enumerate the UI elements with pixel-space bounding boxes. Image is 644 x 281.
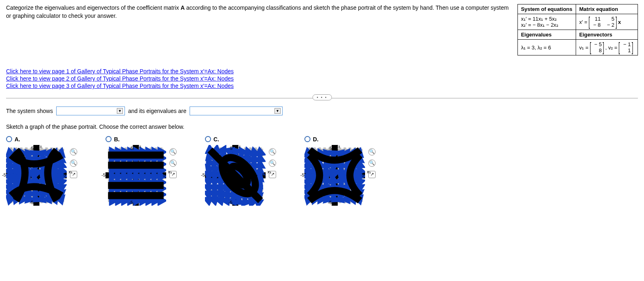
svg-marker-723	[353, 176, 354, 177]
svg-marker-543	[254, 152, 255, 153]
svg-marker-95	[28, 153, 29, 154]
svg-marker-413	[209, 162, 210, 163]
svg-marker-31	[9, 181, 10, 182]
svg-marker-255	[124, 176, 125, 177]
svg-marker-525	[248, 152, 249, 153]
choice-c[interactable]: C. x₂ x₁ 5 -5 -5 5	[205, 136, 276, 206]
q1-pre: The system shows	[6, 108, 53, 114]
svg-marker-667	[333, 180, 334, 181]
svg-marker-507	[242, 151, 243, 152]
zoom-out-icon[interactable]: 🔍	[269, 160, 276, 167]
svg-marker-275	[130, 170, 131, 170]
svg-marker-97	[35, 198, 36, 199]
choice-b[interactable]: B. x₂ x₁ 5 -5 -5	[106, 136, 177, 206]
svg-marker-175	[61, 181, 62, 182]
svg-marker-695	[340, 153, 340, 154]
svg-marker-745	[359, 164, 360, 165]
divider-dots-icon: • • •	[312, 94, 332, 100]
radio-c[interactable]	[205, 136, 211, 142]
zoom-out-icon[interactable]: 🔍	[169, 160, 177, 167]
svg-marker-553	[259, 177, 260, 178]
svg-marker-113	[35, 153, 36, 154]
svg-marker-291	[136, 176, 137, 177]
svg-marker-691	[340, 165, 341, 166]
svg-marker-599	[307, 170, 308, 171]
svg-marker-557	[260, 164, 260, 165]
svg-marker-425	[214, 181, 215, 182]
svg-marker-179	[61, 170, 62, 171]
eigenvalue-type-dropdown[interactable]: ▼	[190, 106, 283, 115]
radio-a[interactable]	[6, 136, 12, 142]
svg-marker-181	[61, 164, 61, 165]
radio-b[interactable]	[106, 136, 112, 142]
svg-marker-415	[209, 156, 210, 157]
svg-marker-551	[259, 183, 260, 184]
svg-marker-37	[9, 164, 10, 165]
svg-marker-737	[359, 187, 360, 188]
svg-marker-443	[220, 181, 221, 182]
eigenvectors-cell: v₁ = [ − 5 8 ] , v₂ = [ − 1 1 ]	[576, 40, 638, 55]
chevron-down-icon: ▼	[274, 108, 281, 114]
svg-marker-99	[35, 192, 36, 193]
svg-marker-665	[333, 186, 334, 187]
svg-marker-407	[208, 181, 209, 182]
phase-portrait-a: x₂ x₁ 5 -5 -5 5	[6, 145, 67, 206]
zoom-in-icon[interactable]: 🔍	[269, 148, 276, 155]
svg-marker-743	[359, 170, 360, 171]
svg-marker-709	[346, 165, 347, 166]
svg-marker-419	[214, 200, 215, 200]
link-page3[interactable]: Click here to view page 3 of Gallery of …	[6, 82, 638, 89]
svg-marker-81	[28, 192, 29, 193]
svg-marker-509	[245, 201, 246, 202]
svg-marker-229	[118, 200, 119, 201]
zoom-in-icon[interactable]: 🔍	[70, 148, 77, 155]
svg-marker-239	[118, 170, 119, 170]
svg-marker-457	[226, 194, 227, 195]
svg-marker-683	[340, 186, 341, 187]
svg-marker-409	[208, 175, 209, 175]
svg-marker-453	[222, 150, 223, 151]
svg-marker-549	[259, 189, 260, 190]
svg-marker-355	[160, 200, 161, 201]
svg-marker-455	[226, 200, 227, 201]
zoom-in-icon[interactable]: 🔍	[368, 148, 376, 155]
svg-marker-309	[142, 176, 143, 177]
q1-mid: and its eigenvalues are	[128, 108, 186, 114]
th-system: System of equations	[517, 4, 576, 14]
svg-marker-49	[15, 181, 16, 182]
svg-marker-247	[124, 200, 125, 201]
svg-marker-659	[327, 153, 327, 154]
svg-marker-677	[333, 153, 334, 154]
link-page2[interactable]: Click here to view page 2 of Gallery of …	[6, 75, 638, 82]
system-equations: x₁′ = 11x₁ + 5x₂ x₂′ = − 8x₁ − 2x₂	[517, 14, 576, 30]
system-type-dropdown[interactable]: ▼	[56, 106, 125, 115]
svg-marker-211	[112, 200, 113, 201]
svg-marker-273	[130, 176, 131, 177]
svg-marker-613	[313, 181, 314, 182]
choice-a-label: A.	[15, 136, 20, 143]
svg-marker-35	[9, 170, 10, 171]
phase-portrait-b: x₂ x₁ 5 -5 -5 5	[106, 145, 166, 206]
svg-marker-115	[41, 198, 42, 199]
zoom-out-icon[interactable]: 🔍	[368, 160, 376, 167]
svg-marker-431	[215, 162, 216, 163]
svg-marker-411	[209, 168, 209, 169]
svg-marker-157	[55, 181, 55, 182]
svg-marker-117	[41, 192, 42, 193]
zoom-out-icon[interactable]: 🔍	[70, 160, 77, 167]
svg-marker-467	[228, 162, 229, 163]
link-page1[interactable]: Click here to view page 1 of Gallery of …	[6, 68, 638, 75]
svg-marker-647	[327, 186, 327, 187]
svg-marker-595	[307, 181, 308, 182]
radio-d[interactable]	[304, 136, 310, 142]
th-eigenvectors: Eigenvectors	[576, 30, 638, 40]
svg-marker-131	[41, 153, 42, 154]
problem-statement: Categorize the eigenvalues and eigenvect…	[6, 4, 509, 20]
svg-marker-601	[307, 164, 308, 165]
choice-d[interactable]: D. x₂ x₁ 5 -5 -5	[304, 136, 376, 206]
zoom-in-icon[interactable]: 🔍	[169, 148, 177, 155]
svg-marker-643	[327, 198, 327, 199]
choice-a[interactable]: A. x₂ x₁ 5 -5 -5	[6, 136, 77, 206]
svg-marker-61	[22, 198, 23, 199]
svg-marker-345	[154, 176, 155, 177]
